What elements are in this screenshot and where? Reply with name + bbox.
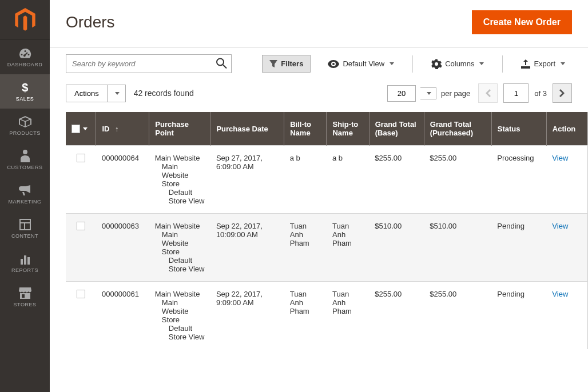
svg-line-2 [223, 65, 227, 68]
chevron-down-icon [390, 62, 394, 65]
storefront-icon [18, 287, 33, 299]
col-header-purchase-date[interactable]: Purchase Date [210, 112, 284, 146]
col-header-status[interactable]: Status [491, 112, 546, 146]
cell-date: Sep 27, 2017, 6:09:00 AM [210, 146, 284, 214]
nav-label: STORES [14, 302, 37, 307]
cell-grand-purchased: $255.00 [424, 282, 491, 350]
nav-marketing[interactable]: MARKETING [0, 177, 50, 211]
nav-label: CONTENT [11, 233, 38, 239]
nav-content[interactable]: CONTENT [0, 211, 50, 246]
table-row[interactable]: 000000064Main WebsiteMain Website StoreD… [66, 146, 588, 214]
funnel-icon [269, 60, 277, 68]
nav-label: CUSTOMERS [7, 165, 43, 170]
per-page-input[interactable] [387, 85, 416, 102]
export-button[interactable]: Export [514, 55, 572, 73]
cell-id: 000000063 [96, 214, 149, 282]
search-icon[interactable] [216, 57, 227, 70]
search-input[interactable] [66, 54, 232, 73]
row-checkbox[interactable] [77, 154, 85, 162]
cell-status: Pending [491, 214, 546, 282]
create-new-order-button[interactable]: Create New Order [472, 10, 572, 34]
col-header-grand-base[interactable]: Grand Total (Base) [369, 112, 424, 146]
row-checkbox[interactable] [77, 290, 85, 298]
page-title: Orders [66, 13, 115, 31]
table-row[interactable]: 000000061Main WebsiteMain Website StoreD… [66, 282, 588, 350]
table-row[interactable]: 000000063Main WebsiteMain Website StoreD… [66, 214, 588, 282]
sort-asc-icon: ↑ [115, 125, 119, 133]
cell-grand-purchased: $510.00 [424, 214, 491, 282]
filters-label: Filters [281, 59, 303, 68]
cell-bill-to: Tuan Anh Pham [284, 214, 327, 282]
col-header-action[interactable]: Action [546, 112, 587, 146]
col-header-ship-to[interactable]: Ship-to Name [327, 112, 369, 146]
nav-customers[interactable]: CUSTOMERS [0, 143, 50, 177]
cell-grand-purchased: $255.00 [424, 146, 491, 214]
col-header-bill-to[interactable]: Bill-to Name [284, 112, 327, 146]
actions-button[interactable]: Actions [66, 85, 108, 102]
nav-products[interactable]: PRODUCTS [0, 109, 50, 143]
col-header-grand-purchased[interactable]: Grand Total (Purchased) [424, 112, 491, 146]
gauge-icon [18, 47, 33, 59]
export-icon [521, 59, 530, 69]
view-link[interactable]: View [552, 290, 568, 298]
nav-stores[interactable]: STORES [0, 280, 50, 314]
pager-of-label: of 3 [534, 89, 547, 98]
default-view-label: Default View [343, 59, 384, 68]
columns-button[interactable]: Columns [424, 55, 491, 73]
cell-date: Sep 22, 2017, 9:09:00 AM [210, 282, 284, 350]
cell-purchase-point: Main WebsiteMain Website StoreDefault St… [149, 282, 210, 350]
orders-table: ID ↑ Purchase Point Purchase Date Bill-t… [66, 112, 588, 349]
pager-prev-button[interactable] [478, 83, 498, 103]
chevron-down-icon [83, 127, 88, 130]
cell-grand-base: $255.00 [369, 282, 424, 350]
view-link[interactable]: View [552, 222, 568, 230]
export-label: Export [534, 59, 555, 68]
chevron-down-icon [115, 92, 120, 95]
cell-id: 000000064 [96, 146, 149, 214]
chevron-down-icon [479, 62, 484, 65]
magento-logo[interactable] [0, 0, 50, 40]
dollar-icon: $ [18, 81, 33, 94]
col-header-id[interactable]: ID ↑ [96, 112, 149, 146]
cell-ship-to: a b [327, 146, 369, 214]
actions-dropdown[interactable] [108, 85, 126, 102]
columns-label: Columns [445, 59, 474, 68]
cell-ship-to: Tuan Anh Pham [327, 282, 369, 350]
col-header-purchase-point[interactable]: Purchase Point [149, 112, 210, 146]
svg-text:$: $ [22, 81, 29, 94]
box-icon [18, 115, 33, 128]
cell-grand-base: $255.00 [369, 146, 424, 214]
view-link[interactable]: View [552, 154, 568, 162]
per-page-dropdown[interactable] [420, 87, 436, 99]
megaphone-icon [18, 184, 33, 197]
nav-reports[interactable]: REPORTS [0, 246, 50, 280]
cell-date: Sep 22, 2017, 10:09:00 AM [210, 214, 284, 282]
nav-dashboard[interactable]: DASHBOARD [0, 40, 50, 74]
cell-ship-to: Tuan Anh Pham [327, 214, 369, 282]
layout-icon [18, 218, 33, 231]
select-all-checkbox[interactable] [71, 125, 80, 133]
filters-button[interactable]: Filters [262, 55, 311, 73]
records-found: 42 records found [134, 89, 194, 98]
chevron-down-icon [427, 92, 431, 95]
nav-label: DASHBOARD [7, 62, 43, 67]
cell-grand-base: $510.00 [369, 214, 424, 282]
gear-icon [431, 59, 442, 69]
chevron-right-icon [559, 89, 565, 97]
sidebar: DASHBOARD $ SALES PRODUCTS CUSTOMERS MAR… [0, 0, 50, 392]
nav-label: MARKETING [8, 199, 41, 205]
nav-label: PRODUCTS [9, 130, 41, 136]
pager-next-button[interactable] [553, 83, 572, 103]
svg-point-1 [217, 58, 224, 65]
nav-sales[interactable]: $ SALES [0, 74, 50, 109]
pager-current-input[interactable] [503, 83, 529, 103]
row-checkbox[interactable] [77, 222, 85, 230]
cell-status: Pending [491, 282, 546, 350]
default-view-button[interactable]: Default View [321, 55, 401, 72]
col-header-select-all[interactable] [66, 112, 96, 146]
eye-icon [328, 60, 339, 68]
chevron-down-icon [561, 62, 565, 65]
per-page-label: per page [441, 89, 470, 98]
cell-purchase-point: Main WebsiteMain Website StoreDefault St… [149, 146, 210, 214]
cell-status: Processing [491, 146, 546, 214]
